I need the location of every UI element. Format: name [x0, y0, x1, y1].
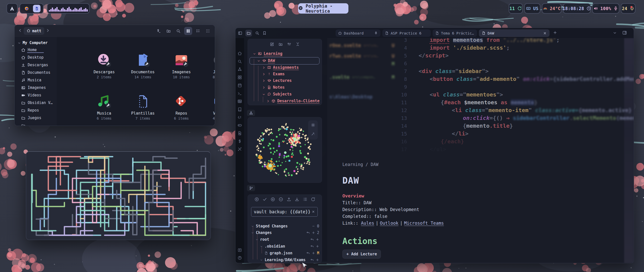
folder-item-repos[interactable]: Repos6 items: [164, 94, 199, 120]
git-check-button[interactable]: [262, 197, 267, 203]
file-manager-window[interactable]: matt My ComputerHomeDesktopDescargasDocu…: [14, 25, 215, 126]
graph-wand-button[interactable]: [311, 132, 315, 137]
ribbon-search-icon[interactable]: [237, 59, 242, 65]
minus-icon[interactable]: [312, 224, 315, 228]
plus-icon[interactable]: [316, 245, 319, 248]
explorer-collapse-button[interactable]: [296, 42, 300, 47]
undo-icon[interactable]: [310, 238, 314, 241]
dock-app-doc[interactable]: [33, 5, 41, 12]
chev-down-icon[interactable]: [253, 52, 256, 55]
git-row-changes[interactable]: Changes2: [248, 230, 319, 236]
undo-icon[interactable]: [310, 258, 314, 262]
git-row-learning-daw-exams[interactable]: Learning/DAW/Exams: [248, 257, 319, 263]
tree-item-daw[interactable]: DAW: [257, 58, 275, 63]
plus-icon[interactable]: [316, 258, 319, 262]
chev-right-icon[interactable]: [262, 79, 265, 82]
sidebar-item-repos[interactable]: Repos: [15, 107, 57, 114]
module-notifications[interactable]: 24: [621, 3, 635, 14]
git-upload-button[interactable]: [287, 197, 291, 203]
tab-daw[interactable]: DAW: [479, 29, 549, 37]
commit-message-input[interactable]: vault backup: {{date}}: [251, 207, 318, 217]
git-row-root[interactable]: root: [248, 236, 319, 243]
tree-item-learning[interactable]: Learning: [253, 51, 283, 56]
explorer-sort-button[interactable]: [287, 42, 291, 47]
ribbon-code-icon[interactable]: [237, 115, 242, 121]
tab-tema-6-pr-cticas[interactable]: Tema 6 Prácticas -…: [433, 29, 477, 37]
sidebar-item-desktop[interactable]: Desktop: [15, 54, 57, 61]
action-button-add-lecture[interactable]: + Add Lecture: [342, 250, 381, 259]
ribbon-graph-icon[interactable]: [237, 67, 242, 73]
folder-item-videos[interactable]: Videos4 items: [203, 94, 215, 120]
sidebar-item-home[interactable]: Home: [15, 46, 57, 54]
workspace-folder-icon[interactable]: [245, 30, 252, 37]
workspace-search-icon[interactable]: [255, 31, 259, 35]
undo-icon[interactable]: [310, 245, 314, 248]
tree-item-desarrollo-cliente[interactable]: Desarrollo-Cliente: [266, 99, 319, 103]
chev-down-icon[interactable]: [260, 245, 263, 248]
chev-down-icon[interactable]: [251, 225, 254, 228]
folder-item-descargas[interactable]: Descargas2 items: [87, 53, 122, 79]
ribbon-grid-icon[interactable]: [237, 75, 242, 81]
module-audio[interactable]: 100%: [592, 3, 619, 14]
breadcrumb[interactable]: matt: [24, 27, 44, 35]
tree-item-subjects[interactable]: Subjects: [262, 92, 292, 96]
chev-right-icon[interactable]: [262, 66, 265, 69]
git-circle-up-button[interactable]: [254, 197, 259, 203]
fm-tool-search[interactable]: [174, 27, 182, 35]
git-download-button[interactable]: [295, 197, 299, 203]
note-breadcrumb[interactable]: Learning / DAW: [342, 162, 534, 167]
sidebar-item-videos[interactable]: Videos: [15, 91, 57, 99]
git-minus-circle-button[interactable]: [278, 197, 283, 203]
dock-app-firefox[interactable]: [23, 5, 30, 12]
module-keyboard-layout[interactable]: US: [524, 3, 540, 14]
ribbon-gamepad-icon[interactable]: [237, 123, 242, 128]
chev-down-icon[interactable]: [262, 93, 265, 96]
taskbar-dock[interactable]: [20, 3, 44, 14]
ribbon-table-icon[interactable]: [237, 99, 242, 105]
nav-forward-icon[interactable]: [46, 28, 50, 33]
graph-gear-button[interactable]: [311, 123, 315, 128]
ribbon-terminal-icon[interactable]: [237, 91, 242, 97]
note-link-microsoft-teams[interactable]: Microsoft Teams: [404, 221, 444, 226]
ribbon-tools-icon[interactable]: [237, 147, 242, 152]
launcher-button[interactable]: [7, 3, 18, 14]
graph-view-tab-chip[interactable]: [247, 110, 255, 116]
tree-item-notes[interactable]: Notes: [262, 85, 285, 90]
git-list-button[interactable]: [303, 197, 307, 203]
git-row-staged-changes[interactable]: Staged Changes0: [248, 223, 319, 229]
plus-icon[interactable]: [312, 251, 315, 255]
obsidian-window[interactable]: DashboardASP Practice 6Tema 6 Prácticas …: [235, 28, 634, 263]
undo-icon[interactable]: [306, 251, 310, 255]
tree-item-lectures[interactable]: Lectures: [262, 78, 292, 83]
chev-down-icon[interactable]: [260, 258, 263, 261]
sidebar-item-imagenes[interactable]: Imagenes: [15, 84, 57, 91]
new-tab-button[interactable]: [553, 30, 557, 36]
ribbon-book-icon[interactable]: [237, 107, 242, 113]
tree-item-assignments[interactable]: Assignments: [262, 65, 299, 70]
chev-right-icon[interactable]: [266, 99, 270, 103]
sidebar-item-musica[interactable]: Musica: [15, 76, 57, 84]
tab-asp-practice-6[interactable]: ASP Practice 6: [382, 29, 431, 37]
git-row-graph-json[interactable]: graph.jsonM: [248, 250, 319, 256]
folder-item-plantillas[interactable]: Plantillas7 items: [125, 94, 160, 120]
workspace-bookmark-icon[interactable]: [262, 31, 267, 35]
fm-tool-dollar-prompt[interactable]: [155, 27, 163, 35]
ribbon-file-search-icon[interactable]: [237, 131, 242, 137]
module-clock[interactable]: 18:08:28: [563, 3, 591, 14]
fm-tool-folder-plus[interactable]: [165, 27, 173, 35]
ribbon-dollar-icon[interactable]: [237, 139, 242, 145]
folder-item-documentos[interactable]: Documentos14 items: [125, 53, 160, 79]
module-weather[interactable]: 24°C: [542, 3, 561, 14]
explorer-folder-plus-button[interactable]: [278, 42, 283, 47]
chev-down-icon[interactable]: [257, 59, 260, 62]
folder-item-imagenes[interactable]: Imagenes10 items: [164, 53, 199, 79]
plus-icon[interactable]: [312, 231, 315, 234]
chev-down-icon[interactable]: [255, 238, 258, 241]
ribbon-calendar-icon[interactable]: [237, 83, 242, 89]
sidebar-item-juegos[interactable]: Juegos: [15, 114, 57, 122]
git-plus-circle-button[interactable]: [270, 197, 275, 203]
sidebar-item-documentos[interactable]: Documentos: [15, 69, 57, 76]
media-player-widget[interactable]: Polyphia - Neurotica: [298, 3, 348, 14]
sidebar-item-descargas[interactable]: Descargas: [15, 61, 57, 69]
git-refresh-button[interactable]: [311, 197, 315, 203]
